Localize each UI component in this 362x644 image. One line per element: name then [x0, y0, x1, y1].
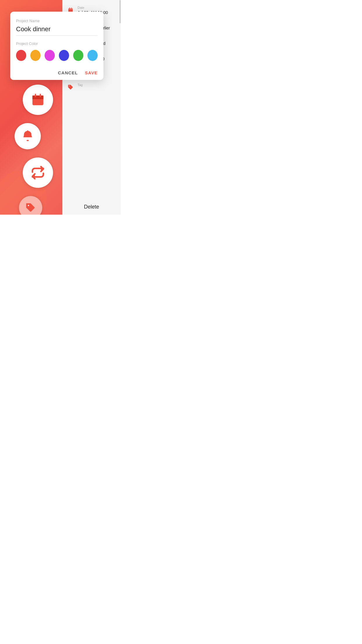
tag-text: Tag: [78, 83, 83, 88]
date-label: Date: [78, 6, 108, 9]
color-picker: [16, 50, 98, 61]
tag-fab[interactable]: [19, 196, 42, 215]
save-button[interactable]: SAVE: [85, 70, 98, 75]
color-magenta[interactable]: [45, 50, 55, 61]
bell-fab[interactable]: [15, 123, 41, 149]
svg-point-19: [28, 205, 29, 206]
scrollbar[interactable]: [120, 0, 121, 23]
fab-container: [0, 85, 61, 215]
color-cyan[interactable]: [87, 50, 98, 61]
color-red[interactable]: [16, 50, 26, 61]
delete-button[interactable]: Delete: [62, 204, 121, 210]
tag-item[interactable]: Tag: [67, 83, 121, 91]
svg-rect-14: [32, 95, 43, 99]
svg-point-12: [69, 86, 70, 87]
dialog-actions: CANCEL SAVE: [16, 69, 98, 75]
color-blue[interactable]: [59, 50, 69, 61]
repeat-fab[interactable]: [23, 158, 53, 188]
project-name-input[interactable]: [16, 25, 98, 36]
svg-rect-18: [27, 130, 28, 132]
project-dialog: Project Name Project Color CANCEL SAVE: [10, 12, 103, 80]
svg-rect-1: [68, 8, 73, 9]
color-green[interactable]: [73, 50, 83, 61]
project-name-label: Project Name: [16, 19, 98, 23]
color-orange[interactable]: [30, 50, 41, 61]
svg-rect-17: [27, 140, 29, 141]
project-color-label: Project Color: [16, 41, 98, 46]
cancel-button[interactable]: CANCEL: [58, 70, 78, 75]
tag-icon: [67, 84, 74, 91]
calendar-fab[interactable]: [23, 85, 53, 115]
tag-label: Tag: [78, 83, 83, 87]
